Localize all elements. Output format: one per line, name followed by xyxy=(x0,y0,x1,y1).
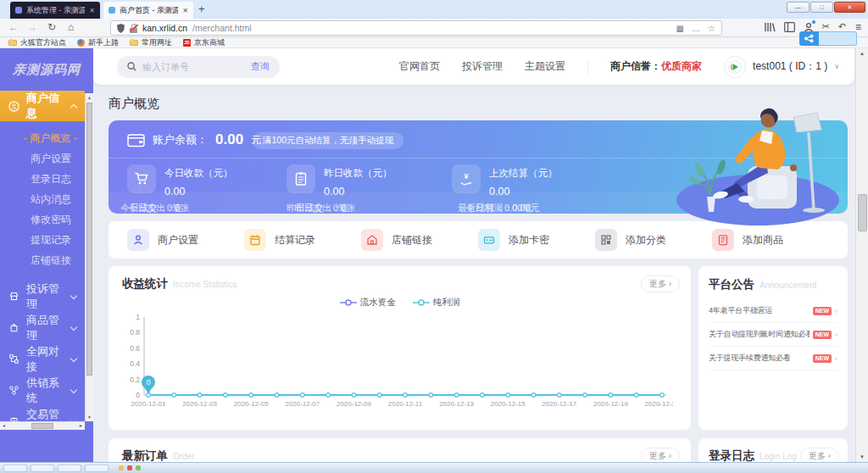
taskbar-button[interactable] xyxy=(58,465,81,472)
quick-settlement-records[interactable]: 结算记录 xyxy=(244,229,361,251)
reload-icon[interactable]: ↻ xyxy=(47,21,56,33)
window-maximize-button[interactable]: □ xyxy=(810,2,833,13)
sidebar-item-settings[interactable]: 商户设置 xyxy=(0,148,85,169)
quick-add-card-key[interactable]: 添加卡密 xyxy=(478,229,595,251)
quick-links-card: 商户设置 结算记录 店铺链接 添加卡密 添加分类 添加商品 xyxy=(108,221,848,259)
sidebar-item-login-log[interactable]: 登录日志 xyxy=(0,169,85,189)
cloud-extension-icon[interactable] xyxy=(799,31,819,46)
sidebar-panel-icon[interactable] xyxy=(784,22,795,32)
home-icon[interactable]: ⌂ xyxy=(68,21,74,33)
announcement-item[interactable]: 4年老平台平稳营运 NEW › xyxy=(709,299,837,323)
page-actions-icon[interactable]: … xyxy=(692,24,700,33)
svg-text:2020-12-03: 2020-12-03 xyxy=(182,400,217,408)
sidebar-group-supply[interactable]: 供销系统 xyxy=(0,375,85,406)
qr-icon[interactable]: ▦ xyxy=(676,24,684,33)
forward-icon[interactable]: → xyxy=(27,21,37,33)
more-button[interactable]: 更多 › xyxy=(641,275,680,292)
tab-close-icon[interactable]: ✕ xyxy=(182,7,188,14)
notification-dot xyxy=(812,20,815,24)
reputation-badge: 商户信誉：优质商家 xyxy=(610,59,702,74)
sidebar-group-merchant-info[interactable]: 商户信息 xyxy=(0,91,85,121)
announcement-item[interactable]: 关于提现手续费通知必看 NEW › xyxy=(709,347,837,370)
taskbar-icon[interactable] xyxy=(136,465,141,470)
sidebar-item-shop-link[interactable]: 店铺链接 xyxy=(0,250,85,270)
scroll-left-icon[interactable]: ◄ xyxy=(2,423,6,428)
bookmark-item[interactable]: 火狐官方站点 xyxy=(8,37,66,48)
sidebar-group-trades[interactable]: 交易管理 xyxy=(0,406,85,421)
bookmark-item[interactable]: JD京东商城 xyxy=(183,37,225,48)
window-minimize-button[interactable]: — xyxy=(787,2,810,13)
cloud-extension-field[interactable] xyxy=(819,31,857,46)
browser-tab-inactive[interactable]: 系统管理 - 亲测源码网 www.q ✕ xyxy=(10,2,100,19)
order-search[interactable]: 查询 xyxy=(117,56,280,78)
account-extension-icon[interactable] xyxy=(804,22,814,32)
browser-toolbar: ← → ↻ ⌂ kan.xrlid.cn/merchant.html ▦ … ☆… xyxy=(0,19,868,37)
page-vertical-scrollbar[interactable]: ▲ ▼ xyxy=(855,48,868,462)
quick-shop-link[interactable]: 店铺链接 xyxy=(361,229,478,251)
person-circle-icon xyxy=(8,100,19,113)
chevron-down-icon xyxy=(70,386,77,392)
windows-taskbar[interactable] xyxy=(0,462,868,473)
shop-icon xyxy=(361,229,383,251)
bookmark-item[interactable]: 新手上路 xyxy=(77,37,119,48)
legend-marker xyxy=(340,298,357,307)
nav-theme-link[interactable]: 主题设置 xyxy=(525,59,565,74)
jd-icon: JD xyxy=(183,39,191,47)
sidebar-horizontal-scrollbar[interactable]: ◄ ► xyxy=(0,421,85,430)
sidebar-item-overview[interactable]: - 商户概览 - xyxy=(0,128,85,148)
more-button[interactable]: 更多 › xyxy=(800,448,839,462)
window-close-button[interactable]: ✕ xyxy=(834,2,865,13)
sidebar-group-complaints[interactable]: 投诉管理 xyxy=(0,281,85,312)
back-icon[interactable]: ← xyxy=(8,21,19,33)
sidebar-group-products[interactable]: 商品管理 xyxy=(0,312,85,343)
svg-text:2020-12-13: 2020-12-13 xyxy=(439,400,474,408)
scroll-down-icon[interactable]: ▼ xyxy=(86,415,93,420)
user-menu[interactable]: test001 ( ID：1 ) ∨ xyxy=(724,56,839,78)
url-bar[interactable]: kan.xrlid.cn/merchant.html ▦ … ☆ xyxy=(110,20,722,36)
scroll-up-icon[interactable]: ▲ xyxy=(856,51,868,56)
panel-title: 最新订单 xyxy=(122,448,168,462)
svg-text:2020-12-17: 2020-12-17 xyxy=(542,400,576,408)
new-tab-button[interactable]: + xyxy=(198,3,205,15)
taskbar-icon[interactable] xyxy=(119,465,124,470)
browser-tab-active[interactable]: 商户首页 - 亲测源码网 www.q ✕ xyxy=(103,2,193,19)
sidebar-item-messages[interactable]: 站内消息 xyxy=(0,189,85,209)
bookmark-star-icon[interactable]: ☆ xyxy=(708,24,715,33)
library-icon[interactable] xyxy=(765,22,776,32)
income-line-chart: 00.20.40.60.812020-12-012020-12-032020-1… xyxy=(122,310,677,420)
quick-merchant-settings[interactable]: 商户设置 xyxy=(127,229,244,251)
tab-close-icon[interactable]: ✕ xyxy=(89,7,95,14)
search-query-button[interactable]: 查询 xyxy=(251,60,270,73)
scroll-right-icon[interactable]: ► xyxy=(79,423,83,428)
scroll-up-icon[interactable]: ▲ xyxy=(86,95,93,100)
legend-marker xyxy=(413,298,430,307)
panel-title: 登录日志 xyxy=(709,448,754,462)
taskbar-icon[interactable] xyxy=(127,465,132,470)
quick-add-product[interactable]: 添加商品 xyxy=(712,229,829,251)
folder-icon xyxy=(130,40,138,46)
svg-text:2020-12-05: 2020-12-05 xyxy=(234,400,269,408)
sidebar-group-network[interactable]: 全网对接 xyxy=(0,343,85,375)
taskbar-button[interactable] xyxy=(31,465,54,472)
nav-home-link[interactable]: 官网首页 xyxy=(399,59,440,74)
scroll-down-icon[interactable]: ▼ xyxy=(856,454,868,459)
clipboard-icon xyxy=(287,164,315,193)
browser-chrome: 系统管理 - 亲测源码网 www.q ✕ 商户首页 - 亲测源码网 www.q … xyxy=(0,0,868,48)
scrollbar-thumb[interactable] xyxy=(86,103,92,376)
sidebar-item-withdraw[interactable]: 提现记录 xyxy=(0,230,85,250)
scrollbar-thumb[interactable] xyxy=(31,423,53,429)
cloud-extension-widget[interactable] xyxy=(799,31,857,46)
nav-complaints-link[interactable]: 投诉管理 xyxy=(462,59,503,74)
taskbar-button[interactable] xyxy=(3,465,27,472)
quick-add-category[interactable]: 添加分类 xyxy=(595,229,712,251)
search-input[interactable] xyxy=(142,62,234,72)
scrollbar-thumb[interactable] xyxy=(858,194,867,231)
svg-text:2020-12-07: 2020-12-07 xyxy=(285,400,320,408)
taskbar-button[interactable] xyxy=(85,465,108,472)
sidebar-item-password[interactable]: 修改密码 xyxy=(0,209,85,230)
sidebar-vertical-scrollbar[interactable]: ▲ ▼ xyxy=(85,93,93,421)
page-content: 商户概览 账户余额： 0.00 元 满100元自动结算，无须手动提现 今日收款（… xyxy=(93,85,854,462)
announcement-item[interactable]: 关于自动提现到账时间通知必看 NEW › xyxy=(709,323,837,347)
more-button[interactable]: 更多 › xyxy=(641,448,680,462)
bookmark-item[interactable]: 常用网址 xyxy=(130,37,172,48)
